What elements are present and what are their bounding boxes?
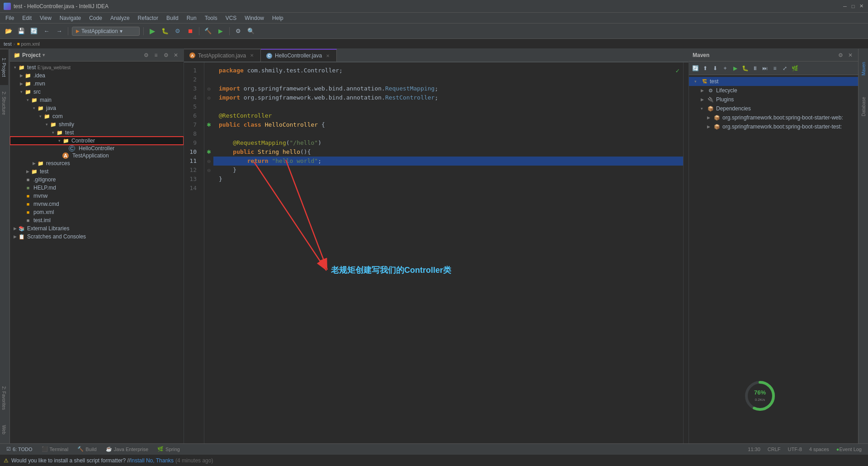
sync-btn[interactable]: ⚙: [142, 51, 150, 59]
menu-run[interactable]: Run: [183, 14, 200, 22]
code-content[interactable]: package com.shmily.test.Controller; impo…: [213, 62, 683, 443]
status-build[interactable]: 🔨 Build: [75, 444, 99, 455]
collapse-all-btn[interactable]: ≡: [152, 51, 160, 59]
maven-skip-btn[interactable]: ⏭: [760, 64, 769, 73]
favorites-tab[interactable]: 2: Favorites: [0, 380, 8, 416]
tree-scratches[interactable]: ▶ 📋 Scratches and Consoles: [10, 233, 184, 241]
status-event-log[interactable]: ● Event Log: [834, 444, 864, 455]
menu-tools[interactable]: Tools: [201, 14, 221, 22]
tab-testapplication[interactable]: A TestApplication.java ✕: [184, 49, 261, 62]
tree-main[interactable]: ▾ 📁 main: [10, 96, 184, 104]
maven-tree-plugins[interactable]: ▶ 🔌 Plugins: [689, 95, 858, 104]
save-btn[interactable]: 💾: [16, 26, 26, 36]
breadcrumb-file[interactable]: ■ pom.xml: [17, 41, 40, 47]
menu-build[interactable]: Build: [163, 14, 182, 22]
tree-idea[interactable]: ▶ 📁 .idea: [10, 71, 184, 80]
tree-mvnw[interactable]: ■ mvnw: [10, 192, 184, 200]
maven-cols-btn[interactable]: ≡: [770, 64, 779, 73]
status-indent[interactable]: 4 spaces: [807, 444, 832, 455]
project-close-btn[interactable]: ✕: [172, 51, 180, 59]
minimize-button[interactable]: ─: [842, 3, 848, 10]
maven-toggle-btn[interactable]: ⏸: [750, 64, 760, 73]
menu-navigate[interactable]: Navigate: [56, 14, 85, 22]
run-coverage-btn[interactable]: ⚙: [173, 26, 183, 36]
tree-com[interactable]: ▾ 📁 com: [10, 112, 184, 120]
tab-hellocontroller[interactable]: C HelloController.java ✕: [261, 49, 337, 62]
tree-java[interactable]: ▾ 📁 java: [10, 104, 184, 112]
tree-test-folder[interactable]: ▶ 📁 test: [10, 167, 184, 176]
settings-btn[interactable]: ⚙: [233, 26, 243, 36]
tree-mvnwcmd[interactable]: ■ mvnw.cmd: [10, 200, 184, 208]
maximize-button[interactable]: □: [850, 3, 856, 10]
tree-helpmd[interactable]: ■ HELP.md: [10, 184, 184, 192]
editor-vscroll[interactable]: [683, 62, 689, 443]
maven-tree-dependencies[interactable]: ▾ 📦 Dependencies: [689, 104, 858, 113]
status-line-ending[interactable]: CRLF: [765, 444, 783, 455]
status-time[interactable]: 11:30: [745, 444, 763, 455]
menu-view[interactable]: View: [36, 14, 55, 22]
tree-test-app[interactable]: A TestApplication: [10, 152, 184, 159]
close-button[interactable]: ✕: [858, 3, 864, 10]
project-tab[interactable]: 1: Project: [0, 49, 8, 85]
maven-expand-btn[interactable]: ⤢: [780, 64, 789, 73]
menu-analyze[interactable]: Analyze: [107, 14, 133, 22]
menu-window[interactable]: Window: [241, 14, 268, 22]
refresh-btn[interactable]: 🔄: [29, 26, 39, 36]
maven-tree-dep-web[interactable]: ▶ 📦 org.springframework.boot:spring-boot…: [689, 113, 858, 122]
status-todo[interactable]: ☑ 6: TODO: [4, 444, 35, 455]
status-spring[interactable]: 🌿 Spring: [155, 444, 183, 455]
notification-install[interactable]: Install: [130, 457, 144, 464]
maven-refresh-btn[interactable]: 🔄: [691, 64, 700, 73]
breadcrumb-project[interactable]: test: [4, 41, 12, 47]
menu-file[interactable]: File: [2, 14, 18, 22]
tree-src[interactable]: ▾ 📁 src: [10, 88, 184, 96]
build-btn[interactable]: 🔨: [203, 26, 213, 36]
maven-new-btn[interactable]: +: [721, 64, 730, 73]
tab-close-testapp[interactable]: ✕: [249, 52, 255, 59]
status-terminal[interactable]: ⬛ Terminal: [39, 444, 71, 455]
maven-download-btn[interactable]: ⬇: [711, 64, 720, 73]
back-btn[interactable]: ←: [42, 26, 52, 36]
tree-resources[interactable]: ▶ 📁 resources: [10, 159, 184, 167]
forward-btn[interactable]: →: [54, 26, 64, 36]
run-btn[interactable]: ▶: [147, 26, 157, 36]
tree-test-module[interactable]: ▾ 📁 test: [10, 128, 184, 137]
tree-shmily[interactable]: ▾ 📁 shmily: [10, 120, 184, 128]
maven-settings-btn[interactable]: ⚙: [836, 51, 844, 59]
menu-code[interactable]: Code: [85, 14, 106, 22]
project-settings-btn[interactable]: ⚙: [162, 51, 170, 59]
run-config-selector[interactable]: ▶ TestApplication ▾: [72, 27, 140, 36]
maven-run-btn[interactable]: ▶: [731, 64, 740, 73]
new-project-btn[interactable]: 📂: [4, 26, 14, 36]
database-side-tab[interactable]: Database: [859, 89, 868, 125]
maven-close-btn[interactable]: ✕: [846, 51, 854, 59]
stop-btn[interactable]: ⏹: [185, 26, 195, 36]
maven-tree-lifecycle[interactable]: ▶ ⚙ Lifecycle: [689, 86, 858, 95]
maven-tree-btn[interactable]: 🌿: [790, 64, 799, 73]
tree-pom[interactable]: ■ pom.xml: [10, 208, 184, 216]
status-encoding[interactable]: UTF-8: [785, 444, 805, 455]
status-enterprise[interactable]: ☕ Java Enterprise: [103, 444, 151, 455]
menu-help[interactable]: Help: [269, 14, 287, 22]
tree-root[interactable]: ▾ 📁 test E:\java_web\test: [10, 63, 184, 71]
maven-debug-btn[interactable]: 🐛: [741, 64, 750, 73]
tree-controller[interactable]: ▾ 📁 Controller: [10, 137, 184, 145]
notification-decline[interactable]: No, Thanks: [146, 457, 174, 464]
maven-side-tab[interactable]: Maven: [859, 51, 868, 87]
menu-refactor[interactable]: Refactor: [134, 14, 162, 22]
maven-tree-dep-test[interactable]: ▶ 📦 org.springframework.boot:spring-boot…: [689, 122, 858, 131]
menu-vcs[interactable]: VCS: [222, 14, 241, 22]
search-btn[interactable]: 🔍: [246, 26, 256, 36]
run2-btn[interactable]: ▶: [216, 26, 226, 36]
debug-btn[interactable]: 🐛: [160, 26, 170, 36]
tab-close-hello[interactable]: ✕: [325, 52, 331, 59]
tree-ext-libs[interactable]: ▶ 📚 External Libraries: [10, 224, 184, 233]
structure-tab[interactable]: 2: Structure: [0, 85, 8, 121]
maven-tree-root[interactable]: ▾ 🏗 test: [689, 77, 858, 86]
web-tab-left[interactable]: Web: [0, 416, 8, 443]
tree-gitignore[interactable]: ■ .gitignore: [10, 176, 184, 184]
tree-hello-controller[interactable]: C HelloController: [10, 145, 184, 152]
maven-add-btn[interactable]: ⬆: [701, 64, 710, 73]
tree-iml[interactable]: ■ test.iml: [10, 216, 184, 224]
menu-edit[interactable]: Edit: [19, 14, 35, 22]
